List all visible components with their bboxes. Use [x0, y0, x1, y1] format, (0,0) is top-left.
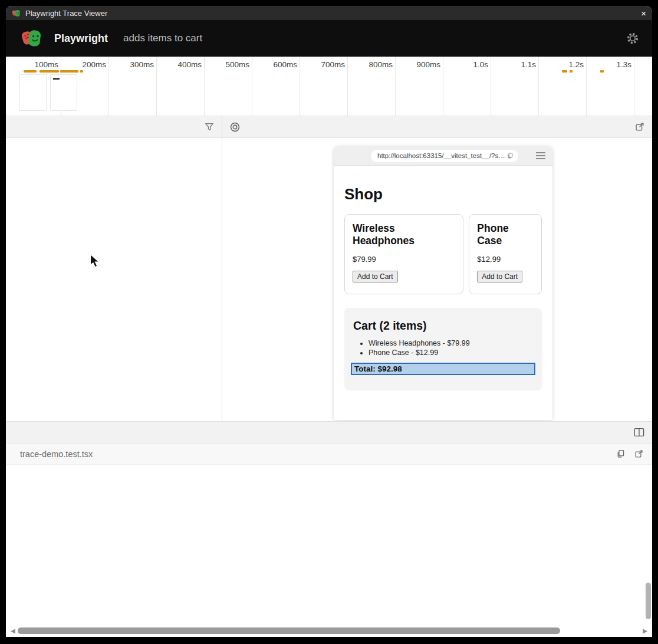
timeline-thumbnail[interactable] — [50, 74, 77, 111]
filter-icon[interactable] — [197, 116, 222, 137]
timeline-gridline — [300, 57, 300, 116]
cart-items-list: Wireless Headphones - $79.99 Phone Case … — [369, 339, 535, 357]
traffic-light-yellow — [350, 153, 355, 159]
cart-total-highlighted: Total: $92.98 — [351, 363, 535, 375]
traffic-light-red — [341, 153, 346, 159]
timeline-gridline — [586, 57, 587, 116]
product-card: Wireless Headphones $79.99 Add to Cart — [344, 214, 463, 294]
title-bar: Playwright Trace Viewer × — [6, 6, 652, 20]
shop-page: Shop Wireless Headphones $79.99 Add to C… — [334, 185, 552, 390]
timeline-gridline — [156, 57, 157, 116]
actions-tabbar — [6, 116, 222, 138]
snapshot-view: http://localhost:63315/__vitest_test__/?… — [222, 138, 652, 421]
timeline-action-bar — [60, 70, 78, 73]
traffic-light-green — [358, 153, 364, 159]
product-name: Phone Case — [477, 222, 534, 247]
open-external-icon[interactable] — [634, 449, 644, 459]
timeline-time-label: 300ms — [110, 60, 154, 69]
scroll-right-arrow-icon[interactable]: ▶ — [643, 627, 647, 634]
page-url: http://localhost:63315/__vitest_test__/?… — [377, 152, 506, 159]
playwright-logo-icon — [21, 28, 42, 49]
window-title: Playwright Trace Viewer — [25, 9, 107, 18]
vertical-scrollbar-thumb[interactable] — [646, 583, 651, 619]
timeline-strip[interactable]: 100ms200ms300ms400ms500ms600ms700ms800ms… — [6, 57, 652, 116]
cart-heading: Cart (2 items) — [353, 319, 535, 333]
thumb-shop-title — [53, 78, 60, 80]
close-icon[interactable]: × — [641, 9, 646, 18]
timeline-gridline — [252, 57, 252, 116]
cart-section: Cart (2 items) Wireless Headphones - $79… — [344, 308, 542, 390]
details-tabbar — [6, 422, 652, 443]
source-file-name: trace-demo.test.tsx — [20, 449, 93, 459]
settings-gear-icon[interactable] — [626, 32, 639, 45]
timeline-time-label: 400ms — [158, 60, 202, 69]
timeline-gridline — [491, 57, 491, 116]
cart-item: Phone Case - $12.99 — [369, 349, 535, 357]
timeline-time-label: 700ms — [301, 60, 345, 69]
actions-list — [6, 138, 222, 421]
target-icon[interactable] — [222, 116, 248, 137]
timeline-time-label: 1.2s — [540, 60, 584, 69]
split-view-icon[interactable] — [626, 422, 652, 443]
timeline-time-label: 1.0s — [445, 60, 488, 69]
timeline-gridline — [634, 57, 634, 116]
browser-mock: http://localhost:63315/__vitest_test__/?… — [334, 146, 552, 420]
tabbar-spacer — [6, 422, 626, 443]
timeline-action-bar — [562, 70, 567, 73]
timeline-time-label: 1.1s — [492, 60, 536, 69]
product-price: $79.99 — [353, 255, 455, 264]
timeline-action-bar — [570, 70, 573, 73]
timeline-action-bar — [80, 70, 83, 73]
browser-chrome: http://localhost:63315/__vitest_test__/?… — [334, 146, 552, 166]
cart-item: Wireless Headphones - $79.99 — [369, 339, 535, 347]
mouse-cursor — [88, 254, 101, 268]
timeline-gridline — [204, 57, 205, 116]
add-to-cart-button[interactable]: Add to Cart — [477, 271, 522, 282]
copy-url-icon[interactable] — [506, 152, 514, 159]
add-to-cart-button[interactable]: Add to Cart — [353, 271, 398, 282]
timeline-time-label: 200ms — [62, 60, 106, 69]
timeline-thumbnail[interactable] — [19, 74, 47, 111]
source-file-bar: trace-demo.test.tsx — [6, 443, 652, 465]
timeline-time-label: 500ms — [206, 60, 249, 69]
timeline-action-bar — [24, 70, 37, 73]
app-name: Playwright — [54, 32, 108, 45]
address-bar[interactable]: http://localhost:63315/__vitest_test__/?… — [371, 150, 518, 162]
source-code-view[interactable]: ▼ — [6, 465, 652, 625]
app-header: Playwright adds items to cart — [6, 20, 652, 57]
trace-viewer-window: Playwright Trace Viewer × Playwright add… — [6, 6, 652, 637]
timeline-gridline — [443, 57, 443, 116]
snapshot-tabbar — [222, 116, 652, 138]
actions-panel — [6, 116, 222, 421]
timeline-action-bar — [40, 70, 59, 73]
playwright-masks-icon — [12, 9, 21, 18]
timeline-gridline — [395, 57, 396, 116]
product-card: Phone Case $12.99 Add to Cart — [469, 214, 542, 294]
horizontal-scrollbar[interactable]: ◀ ▶ — [6, 625, 652, 637]
tabbar-spacer — [6, 116, 197, 137]
timeline-time-label: 100ms — [15, 60, 58, 69]
copy-icon[interactable] — [616, 449, 626, 459]
timeline-gridline — [347, 57, 348, 116]
timeline-action-bar — [600, 70, 604, 73]
main-area: http://localhost:63315/__vitest_test__/?… — [6, 116, 652, 421]
shop-heading: Shop — [344, 185, 542, 203]
timeline-gridline — [538, 57, 539, 116]
timeline-time-label: 800ms — [349, 60, 393, 69]
horizontal-scrollbar-thumb[interactable] — [18, 627, 560, 634]
timeline-time-label: 900ms — [397, 60, 440, 69]
timeline-time-label: 600ms — [254, 60, 297, 69]
product-row: Wireless Headphones $79.99 Add to Cart P… — [344, 214, 542, 294]
details-panel: trace-demo.test.tsx ▼ ◀ ▶ — [6, 421, 652, 637]
menu-icon[interactable] — [536, 152, 545, 159]
scroll-left-arrow-icon[interactable]: ◀ — [11, 627, 15, 634]
test-name: adds items to cart — [123, 32, 202, 44]
product-name: Wireless Headphones — [353, 222, 455, 247]
popout-icon[interactable] — [627, 116, 652, 137]
timeline-gridline — [108, 57, 109, 116]
tabbar-spacer — [248, 116, 627, 137]
snapshot-panel: http://localhost:63315/__vitest_test__/?… — [222, 116, 652, 421]
product-price: $12.99 — [477, 255, 534, 264]
timeline-time-label: 1.3s — [588, 60, 631, 69]
